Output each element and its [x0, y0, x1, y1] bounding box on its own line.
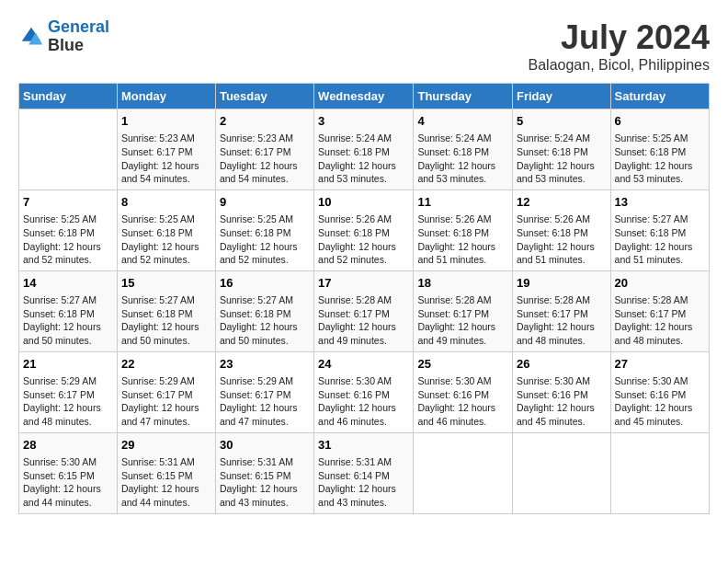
col-header-tuesday: Tuesday [215, 84, 313, 109]
day-info: Sunrise: 5:26 AMSunset: 6:18 PMDaylight:… [318, 213, 409, 267]
day-info: Sunrise: 5:31 AMSunset: 6:14 PMDaylight:… [318, 455, 409, 510]
day-number: 9 [220, 194, 310, 211]
day-info: Sunrise: 5:23 AMSunset: 6:17 PMDaylight:… [121, 132, 211, 186]
day-number: 13 [615, 194, 705, 211]
week-row-3: 14Sunrise: 5:27 AMSunset: 6:18 PMDayligh… [19, 270, 710, 351]
day-number: 22 [121, 356, 211, 373]
col-header-friday: Friday [513, 84, 611, 109]
day-number: 10 [318, 194, 409, 211]
day-number: 8 [121, 194, 211, 211]
day-number: 2 [220, 113, 310, 130]
day-cell: 10Sunrise: 5:26 AMSunset: 6:18 PMDayligh… [314, 190, 414, 270]
subtitle: Balaogan, Bicol, Philippines [529, 57, 710, 74]
day-cell: 26Sunrise: 5:30 AMSunset: 6:16 PMDayligh… [513, 351, 611, 432]
day-cell: 21Sunrise: 5:29 AMSunset: 6:17 PMDayligh… [19, 351, 118, 432]
day-number: 21 [23, 356, 113, 373]
day-cell: 15Sunrise: 5:27 AMSunset: 6:18 PMDayligh… [117, 270, 215, 351]
day-info: Sunrise: 5:25 AMSunset: 6:18 PMDaylight:… [121, 213, 211, 267]
day-info: Sunrise: 5:30 AMSunset: 6:15 PMDaylight:… [23, 455, 113, 510]
day-info: Sunrise: 5:26 AMSunset: 6:18 PMDaylight:… [417, 213, 508, 267]
day-cell: 12Sunrise: 5:26 AMSunset: 6:18 PMDayligh… [513, 190, 611, 270]
day-info: Sunrise: 5:28 AMSunset: 6:17 PMDaylight:… [318, 293, 409, 348]
day-cell: 3Sunrise: 5:24 AMSunset: 6:18 PMDaylight… [314, 109, 414, 190]
day-info: Sunrise: 5:23 AMSunset: 6:17 PMDaylight:… [220, 132, 310, 186]
day-cell: 4Sunrise: 5:24 AMSunset: 6:18 PMDaylight… [414, 109, 513, 190]
day-cell: 8Sunrise: 5:25 AMSunset: 6:18 PMDaylight… [117, 190, 215, 270]
day-cell: 30Sunrise: 5:31 AMSunset: 6:15 PMDayligh… [215, 432, 313, 513]
day-number: 23 [220, 356, 310, 373]
day-info: Sunrise: 5:30 AMSunset: 6:16 PMDaylight:… [517, 374, 607, 429]
day-number: 29 [121, 437, 211, 454]
title-block: July 2024 Balaogan, Bicol, Philippines [529, 18, 710, 74]
col-header-wednesday: Wednesday [314, 84, 414, 109]
logo-icon [18, 24, 44, 50]
day-cell: 7Sunrise: 5:25 AMSunset: 6:18 PMDaylight… [19, 190, 118, 270]
day-cell: 1Sunrise: 5:23 AMSunset: 6:17 PMDaylight… [117, 109, 215, 190]
day-info: Sunrise: 5:29 AMSunset: 6:17 PMDaylight:… [23, 374, 113, 429]
day-number: 26 [517, 356, 607, 373]
day-number: 5 [517, 113, 607, 130]
day-cell: 5Sunrise: 5:24 AMSunset: 6:18 PMDaylight… [513, 109, 611, 190]
week-row-4: 21Sunrise: 5:29 AMSunset: 6:17 PMDayligh… [19, 351, 710, 432]
week-row-2: 7Sunrise: 5:25 AMSunset: 6:18 PMDaylight… [19, 190, 710, 270]
day-cell [513, 432, 611, 513]
day-number: 25 [417, 356, 508, 373]
header-row: SundayMondayTuesdayWednesdayThursdayFrid… [19, 84, 710, 109]
day-cell: 31Sunrise: 5:31 AMSunset: 6:14 PMDayligh… [314, 432, 414, 513]
day-cell: 2Sunrise: 5:23 AMSunset: 6:17 PMDaylight… [215, 109, 313, 190]
day-number: 18 [417, 275, 508, 292]
day-number: 28 [23, 437, 113, 454]
day-cell: 14Sunrise: 5:27 AMSunset: 6:18 PMDayligh… [19, 270, 118, 351]
col-header-sunday: Sunday [19, 84, 118, 109]
day-number: 17 [318, 275, 409, 292]
day-cell: 6Sunrise: 5:25 AMSunset: 6:18 PMDaylight… [610, 109, 709, 190]
day-info: Sunrise: 5:29 AMSunset: 6:17 PMDaylight:… [121, 374, 211, 429]
day-info: Sunrise: 5:29 AMSunset: 6:17 PMDaylight:… [220, 374, 310, 429]
day-number: 7 [23, 194, 113, 211]
day-number: 3 [318, 113, 409, 130]
day-number: 4 [417, 113, 508, 130]
day-cell [19, 109, 118, 190]
week-row-1: 1Sunrise: 5:23 AMSunset: 6:17 PMDaylight… [19, 109, 710, 190]
day-cell: 18Sunrise: 5:28 AMSunset: 6:17 PMDayligh… [414, 270, 513, 351]
day-info: Sunrise: 5:27 AMSunset: 6:18 PMDaylight:… [615, 213, 705, 267]
week-row-5: 28Sunrise: 5:30 AMSunset: 6:15 PMDayligh… [19, 432, 710, 513]
day-cell: 23Sunrise: 5:29 AMSunset: 6:17 PMDayligh… [215, 351, 313, 432]
day-info: Sunrise: 5:30 AMSunset: 6:16 PMDaylight:… [615, 374, 705, 429]
day-info: Sunrise: 5:25 AMSunset: 6:18 PMDaylight:… [23, 213, 113, 267]
day-number: 24 [318, 356, 409, 373]
day-cell [414, 432, 513, 513]
day-cell [610, 432, 709, 513]
day-info: Sunrise: 5:27 AMSunset: 6:18 PMDaylight:… [121, 293, 211, 348]
day-info: Sunrise: 5:31 AMSunset: 6:15 PMDaylight:… [121, 455, 211, 510]
day-cell: 20Sunrise: 5:28 AMSunset: 6:17 PMDayligh… [610, 270, 709, 351]
day-cell: 25Sunrise: 5:30 AMSunset: 6:16 PMDayligh… [414, 351, 513, 432]
day-info: Sunrise: 5:27 AMSunset: 6:18 PMDaylight:… [23, 293, 113, 348]
day-info: Sunrise: 5:24 AMSunset: 6:18 PMDaylight:… [417, 132, 508, 186]
day-info: Sunrise: 5:30 AMSunset: 6:16 PMDaylight:… [417, 374, 508, 429]
day-number: 30 [220, 437, 310, 454]
day-number: 19 [517, 275, 607, 292]
logo-text: General Blue [48, 18, 109, 55]
day-cell: 19Sunrise: 5:28 AMSunset: 6:17 PMDayligh… [513, 270, 611, 351]
day-number: 14 [23, 275, 113, 292]
day-cell: 24Sunrise: 5:30 AMSunset: 6:16 PMDayligh… [314, 351, 414, 432]
day-number: 15 [121, 275, 211, 292]
day-cell: 13Sunrise: 5:27 AMSunset: 6:18 PMDayligh… [610, 190, 709, 270]
logo: General Blue [18, 18, 109, 55]
day-info: Sunrise: 5:28 AMSunset: 6:17 PMDaylight:… [417, 293, 508, 348]
day-cell: 16Sunrise: 5:27 AMSunset: 6:18 PMDayligh… [215, 270, 313, 351]
col-header-thursday: Thursday [414, 84, 513, 109]
day-info: Sunrise: 5:24 AMSunset: 6:18 PMDaylight:… [318, 132, 409, 186]
day-number: 31 [318, 437, 409, 454]
logo-line2: Blue [48, 37, 109, 55]
header: General Blue July 2024 Balaogan, Bicol, … [18, 18, 710, 74]
day-info: Sunrise: 5:27 AMSunset: 6:18 PMDaylight:… [220, 293, 310, 348]
main-title: July 2024 [529, 18, 710, 57]
day-cell: 22Sunrise: 5:29 AMSunset: 6:17 PMDayligh… [117, 351, 215, 432]
day-number: 6 [615, 113, 705, 130]
day-info: Sunrise: 5:26 AMSunset: 6:18 PMDaylight:… [517, 213, 607, 267]
col-header-monday: Monday [117, 84, 215, 109]
calendar-table: SundayMondayTuesdayWednesdayThursdayFrid… [18, 83, 710, 514]
day-info: Sunrise: 5:31 AMSunset: 6:15 PMDaylight:… [220, 455, 310, 510]
